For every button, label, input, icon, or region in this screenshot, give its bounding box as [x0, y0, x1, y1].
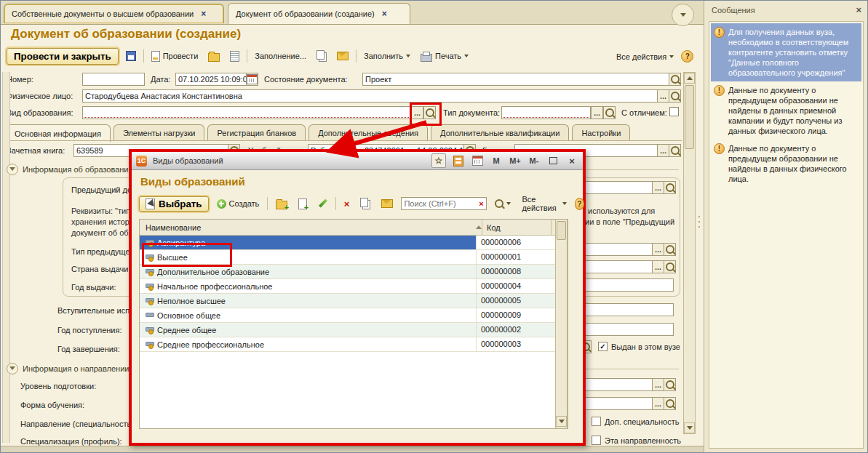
create-group-button[interactable] [273, 197, 290, 211]
scroll-down-button[interactable] [556, 416, 567, 427]
column-header-code[interactable]: Код [482, 220, 551, 235]
date-input[interactable]: 07.10.2025 10:09:05 [175, 73, 247, 86]
study-form-select-button[interactable]: ... [652, 397, 664, 410]
tab-settings[interactable]: Настройки [572, 124, 630, 141]
fill-menu-button[interactable]: Заполнить [361, 50, 413, 62]
window-tab-document-create[interactable]: Документ об образовании (создание) × [228, 3, 410, 24]
create-button[interactable]: Создать [214, 198, 263, 210]
scroll-down-button[interactable] [684, 422, 695, 433]
scrollbar-thumb[interactable] [685, 85, 694, 149]
clear-search-icon[interactable]: × [476, 199, 486, 208]
previous-doc-select-button[interactable]: ... [652, 181, 664, 194]
help-icon[interactable]: ? [575, 198, 585, 210]
structure-button[interactable] [227, 49, 242, 63]
date-picker-button[interactable] [246, 73, 258, 86]
scrollbar-thumb[interactable] [557, 221, 566, 240]
list-row[interactable]: Начальное профессиональное 000000004 [140, 279, 568, 294]
distinction-checkbox[interactable] [669, 107, 679, 116]
extra-direction-checkbox[interactable] [592, 436, 601, 445]
group-select-button[interactable]: ... [657, 144, 669, 157]
collapse-panel-button[interactable] [672, 4, 694, 26]
tab-main-info[interactable]: Основная информация [5, 124, 111, 142]
list-row[interactable]: Неполное высшее 000000005 [140, 294, 568, 308]
search-options-button[interactable] [492, 198, 514, 209]
message-item[interactable]: ! Данные по документу о предыдущем образ… [711, 81, 861, 140]
number-input[interactable] [82, 73, 145, 86]
panel-splitter-grip[interactable] [698, 216, 700, 228]
doc-type-lookup-button[interactable] [603, 106, 616, 119]
window-tab-documents-list[interactable]: Собственные документы о высшем образован… [4, 4, 224, 23]
previous-type-select-button[interactable]: ... [652, 243, 664, 256]
memory-plus-button[interactable]: M+ [509, 154, 522, 167]
list-header[interactable]: Наименование Код [140, 220, 568, 236]
section-direction-info[interactable]: Информация о направлении [7, 363, 129, 374]
list-row[interactable]: Высшее 000000001 [140, 250, 568, 265]
calendar-button[interactable] [471, 154, 484, 167]
calculator-button[interactable] [452, 154, 465, 167]
collapse-toggle-icon[interactable] [7, 363, 18, 374]
filling-button[interactable]: Заполнение... [252, 50, 309, 62]
copy-button[interactable] [314, 49, 330, 63]
memory-button[interactable]: M [490, 154, 503, 167]
delete-button[interactable]: × [341, 198, 353, 210]
help-icon[interactable]: ? [681, 50, 693, 63]
memory-minus-button[interactable]: M- [527, 154, 541, 167]
copy-item-button[interactable] [295, 197, 310, 211]
edit-button[interactable] [315, 198, 330, 210]
all-actions-button[interactable]: Все действия [613, 51, 677, 63]
state-lookup-button[interactable] [669, 73, 681, 86]
collapse-toggle-icon[interactable] [7, 164, 18, 175]
message-item[interactable]: ! Данные по документу о предыдущем образ… [711, 140, 861, 188]
level-lookup-button[interactable] [664, 378, 676, 391]
select-button[interactable]: Выбрать [139, 196, 209, 212]
tab-load-elements[interactable]: Элементы нагрузки [114, 124, 205, 141]
list-row[interactable]: Среднее профессиональное 000000003 [140, 337, 568, 352]
previous-type-lookup-button[interactable] [664, 243, 676, 256]
scroll-up-button[interactable] [684, 73, 695, 84]
list-scrollbar[interactable] [555, 220, 568, 428]
person-input[interactable]: Стародубцева Анастасия Константиновна [82, 89, 658, 103]
left-splitter[interactable] [2, 72, 10, 443]
list-row[interactable]: Основное общее 000000009 [140, 308, 568, 323]
column-header-name[interactable]: Наименование [140, 223, 482, 232]
mail-button[interactable] [334, 50, 351, 62]
mail-button[interactable] [378, 198, 396, 209]
group-lookup-button[interactable] [669, 144, 681, 157]
tab-close-icon[interactable]: × [382, 9, 387, 19]
level-select-button[interactable]: ... [652, 378, 664, 391]
save-button[interactable] [123, 49, 139, 63]
all-actions-button[interactable]: Все действия [519, 193, 569, 214]
education-kind-lookup-button[interactable] [423, 106, 436, 119]
state-input[interactable]: Проект [362, 73, 669, 86]
main-scrollbar[interactable] [683, 72, 696, 434]
doc-type-input[interactable] [501, 106, 591, 119]
list-row[interactable]: Аспирантура 000000006 [140, 236, 568, 250]
search-input[interactable] [402, 199, 476, 208]
education-kind-input[interactable] [82, 106, 410, 119]
previous-country-lookup-button[interactable] [664, 260, 676, 273]
tab-close-icon[interactable]: × [201, 9, 206, 19]
issued-here-checkbox[interactable]: ✓ [598, 342, 608, 351]
print-menu-button[interactable]: Печать [418, 49, 471, 63]
post-button[interactable]: Провести [148, 49, 202, 63]
previous-country-select-button[interactable]: ... [652, 260, 664, 273]
previous-doc-lookup-button[interactable] [664, 181, 676, 194]
close-button[interactable]: × [565, 154, 578, 167]
education-kind-select-button[interactable]: ... [411, 106, 423, 119]
tab-blank-registration[interactable]: Регистрация бланков [207, 124, 306, 141]
person-select-button[interactable]: ... [657, 89, 669, 103]
tab-additional-info[interactable]: Дополнительные сведения [308, 124, 428, 141]
tab-additional-qualifications[interactable]: Дополнительные квалификации [431, 124, 569, 141]
folder-settings-button[interactable] [205, 49, 223, 63]
study-form-lookup-button[interactable] [664, 397, 676, 410]
maximize-button[interactable] [546, 154, 560, 167]
search-box[interactable]: × [401, 197, 487, 210]
copy-button[interactable] [357, 196, 373, 211]
list-row[interactable]: Среднее общее 000000002 [140, 323, 568, 337]
section-education-info[interactable]: Информация об образовании [7, 164, 133, 175]
messages-close-icon[interactable]: × [856, 4, 861, 15]
favorites-button[interactable]: ☆ [431, 153, 446, 168]
post-and-close-button[interactable]: Провести и закрыть [7, 48, 119, 65]
list-row[interactable]: Дополнительное образование 000000008 [140, 265, 568, 279]
person-lookup-button[interactable] [669, 89, 681, 103]
